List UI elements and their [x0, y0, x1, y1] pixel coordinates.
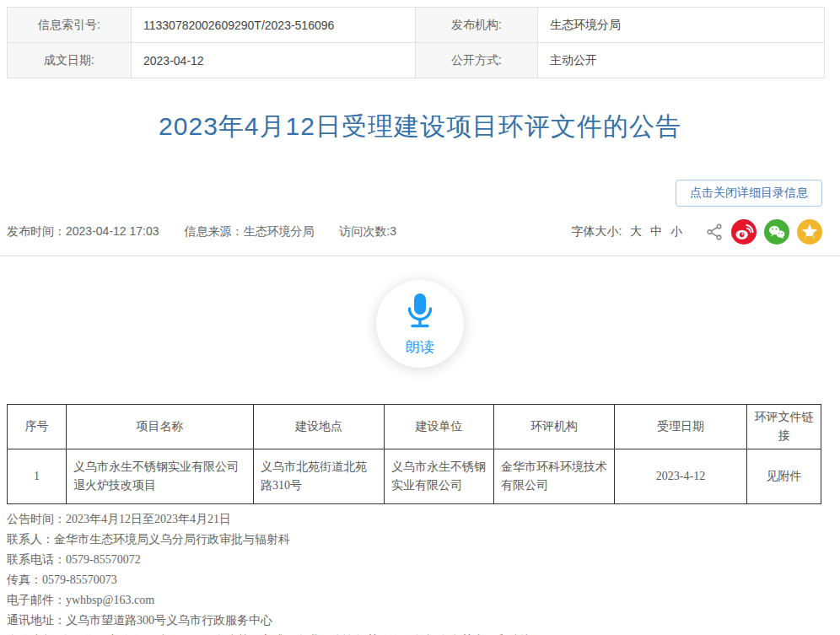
meta-left: 发布时间：2023-04-12 17:03 信息来源：生态环境分局 访问次数:3 [7, 224, 418, 239]
col-header-builder: 建设单位 [385, 405, 494, 449]
section-divider [0, 256, 840, 256]
info-value-method: 主动公开 [538, 43, 825, 78]
col-header-doc-link: 环评文件链接 [747, 405, 821, 449]
read-aloud-button[interactable]: 朗读 [376, 280, 464, 368]
col-header-location: 建设地点 [254, 405, 385, 449]
footer-email: 电子邮件：ywhbsp@163.com [7, 590, 840, 611]
font-size-small[interactable]: 小 [670, 224, 682, 238]
wechat-icon[interactable] [764, 219, 789, 245]
info-value-index: 11330782002609290T/2023-516096 [132, 8, 416, 43]
font-size-switcher: 字体大小: 大 中 小 [566, 224, 682, 239]
cell-doc-link[interactable]: 见附件 [747, 449, 821, 504]
read-aloud-label: 朗读 [406, 337, 434, 357]
table-row: 1 义乌市永生不锈钢实业有限公司退火炉技改项目 义乌市北苑街道北苑路310号 义… [8, 449, 821, 504]
footer-announce-period: 公告时间：2023年4月12日至2023年4月21日 [7, 509, 840, 530]
footer-contact-person: 联系人：金华市生态环境局义乌分局行政审批与辐射科 [7, 530, 840, 550]
col-header-seq: 序号 [8, 405, 67, 449]
info-label-date: 成文日期: [8, 43, 132, 78]
project-table: 序号 项目名称 建设地点 建设单位 环评机构 受理日期 环评文件链接 1 义乌市… [7, 404, 821, 504]
qzone-icon[interactable] [797, 219, 822, 245]
meta-row: 发布时间：2023-04-12 17:03 信息来源：生态环境分局 访问次数:3… [0, 218, 840, 245]
publish-time: 发布时间：2023-04-12 17:03 [7, 224, 159, 238]
footer-fax: 传真：0579-85570073 [7, 570, 840, 590]
info-label-method: 公开方式: [416, 43, 538, 78]
font-size-large[interactable]: 大 [630, 224, 642, 238]
share-bar [705, 219, 822, 245]
col-header-project-name: 项目名称 [67, 405, 254, 449]
info-value-date: 2023-04-12 [132, 43, 416, 78]
footer-contact-phone: 联系电话：0579-85570072 [7, 550, 840, 570]
info-label-index: 信息索引号: [8, 8, 132, 43]
weibo-icon[interactable] [731, 219, 757, 245]
info-value-agency: 生态环境分局 [538, 8, 825, 43]
page-title: 2023年4月12日受理建设项目环评文件的公告 [0, 109, 840, 144]
cell-eia-agency: 金华市环科环境技术有限公司 [494, 449, 615, 504]
info-label-agency: 发布机构: [416, 8, 538, 43]
font-size-label: 字体大小: [571, 224, 622, 238]
visit-count: 访问次数:3 [339, 224, 396, 238]
footer-info: 公告时间：2023年4月12日至2023年4月21日 联系人：金华市生态环境局义… [7, 509, 840, 635]
info-row-2: 成文日期: 2023-04-12 公开方式: 主动公开 [8, 43, 825, 78]
info-index-table: 信息索引号: 11330782002609290T/2023-516096 发布… [7, 7, 825, 78]
cell-builder: 义乌市永生不锈钢实业有限公司 [385, 449, 494, 504]
font-size-medium[interactable]: 中 [650, 224, 662, 238]
col-header-eia-agency: 环评机构 [494, 405, 615, 449]
info-row-1: 信息索引号: 11330782002609290T/2023-516096 发布… [8, 8, 825, 43]
info-source: 信息来源：生态环境分局 [184, 224, 314, 238]
footer-address: 通讯地址：义乌市望道路300号义乌市行政服务中心 [7, 611, 840, 631]
share-alt-icon[interactable] [705, 223, 724, 241]
cell-seq: 1 [8, 449, 67, 504]
col-header-accept-date: 受理日期 [615, 405, 747, 449]
toggle-catalog-button[interactable]: 点击关闭详细目录信息 [676, 180, 822, 207]
cell-project-name: 义乌市永生不锈钢实业有限公司退火炉技改项目 [67, 449, 254, 504]
cell-accept-date: 2023-4-12 [615, 449, 747, 504]
button-row: 点击关闭详细目录信息 [7, 180, 822, 207]
project-table-header-row: 序号 项目名称 建设地点 建设单位 环评机构 受理日期 环评文件链接 [8, 405, 821, 449]
cell-location: 义乌市北苑街道北苑路310号 [254, 449, 385, 504]
meta-right: 字体大小: 大 中 小 [566, 219, 822, 245]
microphone-icon [405, 292, 435, 334]
footer-notice: 自公告起7个工作日内公众可以信函、传真或其他方式，向我局咨询相关信息，并提出有关… [7, 631, 840, 635]
